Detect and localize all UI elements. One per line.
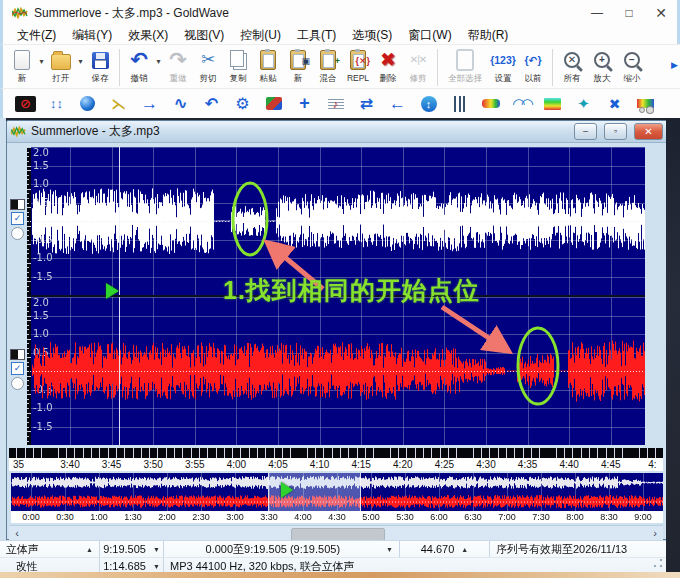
scrollbar-track[interactable] — [25, 527, 647, 539]
exchange-channels-effect-button[interactable]: ⇄ — [352, 91, 381, 117]
crossfade-effect-button[interactable]: ✖ — [600, 91, 629, 117]
playback-marker-icon[interactable] — [106, 283, 119, 299]
replace-button[interactable]: {✕}REPL — [343, 47, 373, 83]
position-dropdown-icon[interactable]: ▼ — [153, 563, 160, 570]
shapes-effect-button[interactable] — [259, 91, 288, 117]
menu-item-3[interactable]: 效果(X) — [120, 26, 176, 45]
menu-item-6[interactable]: 工具(T) — [289, 26, 344, 45]
doc-close-icon[interactable]: ✕ — [634, 123, 663, 140]
resize-grip[interactable] — [653, 558, 663, 568]
volume-arrows-effect-button[interactable]: ↕↕ — [42, 91, 71, 117]
select-all-button: 全部选择 — [442, 47, 488, 85]
new-file-button[interactable]: 新 — [7, 47, 37, 85]
minimize-icon[interactable]: — — [581, 0, 613, 26]
overview-tick-label: 4:30 — [328, 512, 346, 522]
channel-2-radio[interactable] — [11, 377, 24, 390]
open-file-button[interactable]: 打开 — [46, 47, 76, 85]
overview-tick-label: 5:30 — [396, 512, 414, 522]
zoom-out-label: 缩小 — [624, 73, 641, 85]
undo-dropdown[interactable]: ▾ — [154, 47, 163, 66]
zoom-in-button[interactable]: +放大 — [587, 47, 617, 85]
interpolate-effect-button[interactable]: + — [290, 91, 319, 117]
select-all-label: 全部选择 — [448, 73, 482, 85]
status-bar: 立体声 ▲ 9:19.505 ▼ 0.000至9:19.505 (9:19.50… — [0, 540, 666, 572]
sphere-icon — [80, 96, 95, 111]
doc-minimize-icon[interactable]: – — [574, 123, 597, 140]
new-file-dropdown[interactable]: ▾ — [37, 47, 46, 66]
close-icon[interactable]: ✕ — [645, 0, 677, 26]
offset-arrow-effect-button[interactable]: → — [135, 91, 164, 117]
menu-item-5[interactable]: 控制(U) — [232, 26, 289, 45]
zoom-all-button[interactable]: ✕所有 — [557, 47, 587, 85]
selection-dropdown-icon[interactable]: ▼ — [386, 546, 393, 553]
doors-effect-button[interactable]: ◠◠ — [507, 91, 536, 117]
toolbar-overflow-icon[interactable]: ▶ — [671, 60, 678, 70]
new-file-icon — [14, 50, 30, 70]
equalizer-effect-button[interactable] — [445, 91, 474, 117]
horizontal-scrollbar[interactable]: ‹ › — [9, 525, 663, 540]
scroll-left-icon[interactable]: ‹ — [9, 527, 25, 539]
menu-item-7[interactable]: 选项(S) — [344, 26, 400, 45]
sphere-effect-button[interactable] — [73, 91, 102, 117]
menu-item-2[interactable]: 编辑(Y) — [64, 26, 120, 45]
copy-button[interactable]: 复制 — [223, 47, 253, 85]
paste-new-button[interactable]: ▣新 — [283, 47, 313, 85]
overview-tick-label: 6:00 — [430, 512, 448, 522]
channel-1-controls: ✓ — [11, 199, 24, 240]
save-file-icon — [92, 52, 109, 69]
previous-marker-button[interactable]: {↶}以前 — [518, 47, 548, 85]
paste-button[interactable]: 粘贴 — [253, 47, 283, 85]
menu-item-4[interactable]: 视图(V) — [176, 26, 232, 45]
channel-spin-up-icon[interactable]: ▲ — [86, 546, 93, 553]
zoom-out-button[interactable]: −缩小 — [617, 47, 647, 85]
mix-button[interactable]: +混合 — [313, 47, 343, 85]
delete-button[interactable]: ✖删除 — [373, 47, 403, 85]
set-marker-button[interactable]: {123}设置 — [488, 47, 518, 85]
mechanize-effect-button[interactable]: ⚙ — [228, 91, 257, 117]
time-tick-label: 3:40 — [60, 459, 79, 470]
total-length-value: 9:19.505 — [103, 543, 146, 555]
menu-item-8[interactable]: 窗口(W) — [400, 26, 459, 45]
menu-item-1[interactable]: 文件(Z) — [9, 26, 64, 45]
noise-gate-effect-button[interactable]: ✦ — [569, 91, 598, 117]
spectrum-cart-effect-button[interactable] — [631, 91, 660, 117]
time-tick-label: 35 — [13, 459, 24, 470]
undo-button[interactable]: ↶撤销 — [124, 47, 154, 85]
overview-playback-marker-icon[interactable] — [281, 482, 293, 498]
maximize-icon[interactable]: □ — [613, 0, 645, 26]
playback-position-value: 1:14.685 — [103, 560, 146, 572]
match-volume-effect-button[interactable]: ↕ — [414, 91, 443, 117]
left-arrow-effect-button[interactable]: ← — [383, 91, 412, 117]
overview-waveform[interactable] — [11, 473, 663, 511]
menu-item-9[interactable]: 帮助(R) — [460, 26, 517, 45]
cut-button[interactable]: ✂剪切 — [193, 47, 223, 85]
scroll-right-icon[interactable]: › — [647, 527, 663, 539]
value-spin-up-icon[interactable]: ▲ — [461, 546, 468, 553]
score-effect-button[interactable]: ♪ — [321, 91, 350, 117]
channel-1-checkbox[interactable]: ✓ — [11, 212, 24, 225]
undo-label: 撤销 — [131, 73, 148, 85]
pitch-bar-effect-button[interactable] — [476, 91, 505, 117]
main-title-bar[interactable]: Summerlove - 太多.mp3 - GoldWave — □ ✕ — [0, 0, 680, 26]
mute-effect-button[interactable]: ⊘ — [11, 91, 40, 117]
channel-2-checkbox[interactable]: ✓ — [11, 362, 24, 375]
waveform-channel-1-canvas[interactable] — [27, 147, 645, 295]
spectrum-filter-effect-button[interactable] — [538, 91, 567, 117]
channel-2-display-icon[interactable] — [10, 349, 25, 360]
length-dropdown-icon[interactable]: ▼ — [153, 546, 160, 553]
spectrum-filter-icon — [544, 98, 561, 110]
goldwave-logo-icon — [11, 126, 26, 137]
open-file-dropdown[interactable]: ▾ — [76, 47, 85, 66]
select-all-icon — [456, 49, 474, 71]
paste-new-icon: ▣ — [290, 50, 306, 70]
doc-restore-icon[interactable]: ▫ — [604, 123, 627, 140]
channel-1-radio[interactable] — [11, 227, 24, 240]
expression-effect-button[interactable]: ⋋ — [104, 91, 133, 117]
document-title-bar[interactable]: Summerlove - 太多.mp3 – ▫ ✕ — [7, 121, 667, 143]
save-file-button[interactable]: 保存 — [85, 47, 115, 85]
undo-icon: ↶ — [130, 50, 148, 70]
channel-1-display-icon[interactable] — [10, 199, 25, 210]
reverse-effect-button[interactable]: ↶ — [197, 91, 226, 117]
waveform-channel-2-canvas[interactable] — [27, 297, 645, 445]
doppler-wave-effect-button[interactable]: ∿ — [166, 91, 195, 117]
